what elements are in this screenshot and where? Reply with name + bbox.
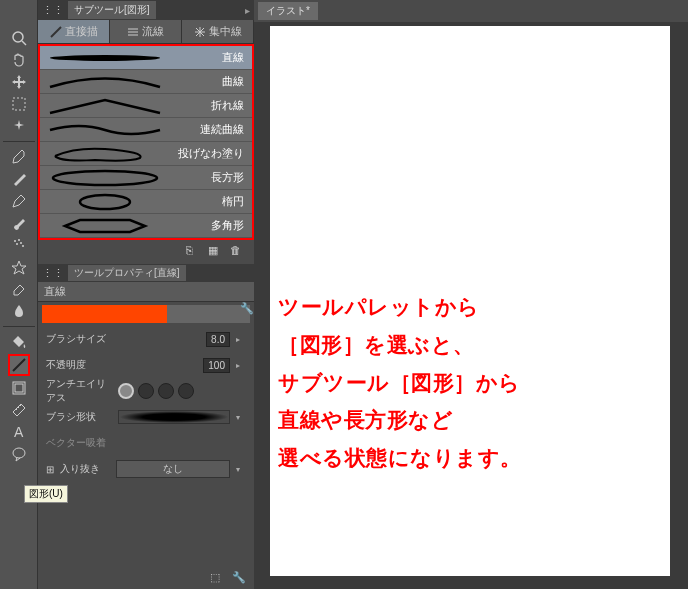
stepper-icon[interactable]: ▸ [236,335,246,344]
brush-tool-icon[interactable] [9,213,29,233]
antialias-option-4[interactable] [178,383,194,399]
brush-size-value[interactable]: 8.0 [206,332,230,347]
subtool-label: 折れ線 [170,98,252,113]
svg-point-5 [16,243,18,245]
subtool-label: 楕円 [170,194,252,209]
pencil-tool-icon[interactable] [9,191,29,211]
dropdown-icon[interactable]: ▾ [236,465,246,474]
save-settings-icon[interactable]: ⬚ [210,571,226,587]
tool-property-header: ⋮⋮ ツールプロパティ[直線] [38,264,254,282]
svg-rect-10 [15,384,23,392]
stroke-row: ⊞ 入り抜き なし ▾ [38,456,254,482]
expand-icon[interactable]: ⊞ [46,464,54,475]
antialias-option-3[interactable] [158,383,174,399]
svg-point-12 [13,448,25,458]
magnify-tool-icon[interactable] [9,28,29,48]
eraser-tool-icon[interactable] [9,279,29,299]
hand-tool-icon[interactable] [9,50,29,70]
antialias-row: アンチエイリアス [38,378,254,404]
focus-line-icon [194,26,206,38]
decoration-tool-icon[interactable] [9,257,29,277]
wand-tool-icon[interactable] [9,116,29,136]
stream-line-icon [127,26,139,38]
tab-focus-line[interactable]: 集中線 [182,20,254,43]
svg-point-21 [50,55,160,61]
subtool-list: 直線 曲線 折れ線 連続曲線 投げなわ塗り 長方形 楕円 多角形 [38,44,254,240]
blend-tool-icon[interactable] [9,301,29,321]
tool-property-toolname: 直線 [38,282,254,302]
opacity-value[interactable]: 100 [203,358,230,373]
ruler-tool-icon[interactable] [9,400,29,420]
subtool-item-ellipse[interactable]: 楕円 [40,190,252,214]
spline-preview-icon [40,118,170,142]
tab-label: 流線 [142,24,164,39]
stroke-select[interactable]: なし [116,460,230,478]
svg-point-7 [22,245,24,247]
wrench-icon[interactable]: 🔧 [232,571,248,587]
grip-icon[interactable]: ⋮⋮ [42,267,64,280]
subtool-label: 投げなわ塗り [170,146,252,161]
curve-preview-icon [40,70,170,94]
subtool-label: 直線 [170,50,252,65]
panel-menu-icon[interactable]: ▸ [245,5,250,16]
svg-point-22 [53,171,157,185]
new-subtool-icon[interactable]: ▦ [208,244,224,260]
svg-line-1 [22,41,26,45]
eyedropper-tool-icon[interactable] [9,147,29,167]
subtool-item-line[interactable]: 直線 [40,46,252,70]
svg-point-0 [13,32,23,42]
subtool-item-polygon[interactable]: 多角形 [40,214,252,238]
balloon-tool-icon[interactable] [9,444,29,464]
grip-icon[interactable]: ⋮⋮ [42,4,64,17]
vector-snap-row: ベクター吸着 [38,430,254,456]
polygon-preview-icon [40,214,170,238]
svg-point-4 [18,239,20,241]
dropdown-icon[interactable]: ▾ [236,413,246,422]
subtool-item-spline[interactable]: 連続曲線 [40,118,252,142]
selection-tool-icon[interactable] [9,94,29,114]
subtool-item-lasso[interactable]: 投げなわ塗り [40,142,252,166]
ellipse-preview-icon [40,190,170,214]
airbrush-tool-icon[interactable] [9,235,29,255]
brush-shape-preview[interactable] [118,410,230,424]
panels-column: ⋮⋮ サブツール[図形] ▸ 直接描 流線 集中線 直線 曲線 折れ線 [38,0,254,589]
antialias-option-1[interactable] [118,383,134,399]
figure-tool-icon[interactable] [8,354,30,376]
line-preview-icon [40,46,170,70]
brush-shape-row: ブラシ形状 ▾ [38,404,254,430]
subtool-footer: ⎘ ▦ 🗑 [38,240,254,264]
color-gradient-bar[interactable] [42,305,250,323]
tool-property-panel: ⋮⋮ ツールプロパティ[直線] 直線 🔧 ブラシサイズ 8.0 ▸ 不透明度 1… [38,264,254,589]
antialias-label: アンチエイリアス [46,377,112,405]
subtool-item-curve[interactable]: 曲線 [40,70,252,94]
frame-tool-icon[interactable] [9,378,29,398]
tab-label: 集中線 [209,24,242,39]
tab-direct-draw[interactable]: 直接描 [38,20,110,43]
antialias-option-2[interactable] [138,383,154,399]
svg-rect-2 [13,98,25,110]
figure-tool-tooltip: 図形(U) [24,485,68,503]
subtool-label: 曲線 [170,74,252,89]
svg-text:A: A [14,424,24,440]
subtool-item-polyline[interactable]: 折れ線 [40,94,252,118]
stroke-label: 入り抜き [60,462,110,476]
move-tool-icon[interactable] [9,72,29,92]
brush-size-label: ブラシサイズ [46,332,112,346]
svg-point-3 [14,240,16,242]
delete-subtool-icon[interactable]: 🗑 [230,244,246,260]
subtool-panel-title: サブツール[図形] [68,1,156,19]
tool-palette: 図形(U) A [0,0,38,589]
rect-preview-icon [40,166,170,190]
fill-tool-icon[interactable] [9,332,29,352]
tab-stream-line[interactable]: 流線 [110,20,182,43]
stepper-icon[interactable]: ▸ [236,361,246,370]
pen-tool-icon[interactable] [9,169,29,189]
canvas-tab[interactable]: イラスト* [258,2,318,20]
subtool-item-rectangle[interactable]: 長方形 [40,166,252,190]
svg-point-6 [20,242,22,244]
brush-shape-label: ブラシ形状 [46,410,112,424]
duplicate-subtool-icon[interactable]: ⎘ [186,244,202,260]
svg-line-13 [51,27,61,37]
svg-line-8 [13,359,25,371]
text-tool-icon[interactable]: A [9,422,29,442]
